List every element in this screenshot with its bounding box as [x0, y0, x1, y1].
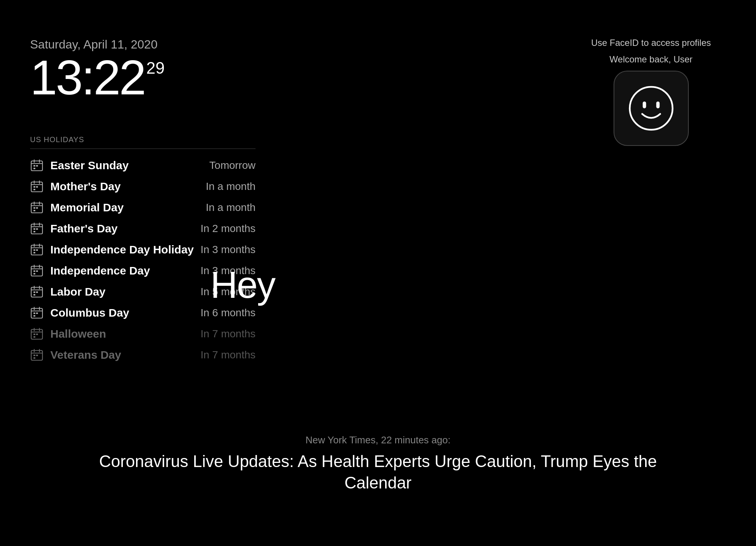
svg-rect-39	[33, 270, 35, 272]
holidays-title: US HOLIDAYS	[30, 135, 256, 144]
holiday-time: In a month	[206, 180, 256, 193]
holiday-left: Veterans Day	[30, 348, 121, 362]
holiday-time: In 2 months	[201, 223, 256, 235]
svg-rect-41	[33, 273, 35, 275]
calendar-icon	[30, 243, 44, 256]
svg-rect-46	[33, 291, 35, 293]
svg-rect-19	[36, 207, 38, 209]
greeting-text: Hey	[210, 263, 275, 306]
svg-rect-62	[33, 336, 35, 338]
svg-rect-26	[36, 228, 38, 230]
holiday-left: Independence Day Holiday	[30, 243, 194, 256]
svg-rect-12	[36, 186, 38, 188]
holiday-left: Mother's Day	[30, 180, 121, 193]
calendar-icon	[30, 327, 44, 341]
svg-rect-55	[33, 315, 35, 317]
holiday-left: Columbus Day	[30, 306, 129, 320]
svg-rect-68	[36, 355, 38, 356]
holiday-name: Labor Day	[50, 285, 106, 298]
holiday-name: Independence Day Holiday	[50, 243, 194, 256]
face-id-svg	[623, 80, 679, 136]
calendar-icon	[30, 222, 44, 235]
holiday-time: In 6 months	[201, 307, 256, 319]
holiday-name: Father's Day	[50, 222, 118, 235]
holiday-left: Memorial Day	[30, 201, 124, 214]
holiday-time: In a month	[206, 202, 256, 214]
svg-rect-20	[33, 210, 35, 211]
holiday-left: Easter Sunday	[30, 159, 129, 172]
holiday-left: Independence Day	[30, 264, 150, 278]
holiday-left: Labor Day	[30, 285, 106, 299]
svg-rect-47	[36, 291, 38, 293]
holiday-time: In 3 months	[201, 244, 256, 256]
holiday-time: In 7 months	[201, 349, 256, 361]
svg-rect-11	[33, 186, 35, 188]
holidays-list: Easter SundayTomorrow Mother's DayIn a m…	[30, 155, 256, 366]
svg-rect-6	[33, 168, 35, 169]
datetime-section: Saturday, April 11, 2020 13:22 29	[30, 38, 165, 102]
holiday-row: Independence Day HolidayIn 3 months	[30, 239, 256, 260]
holiday-time: In 7 months	[201, 328, 256, 340]
holiday-name: Independence Day	[50, 264, 150, 277]
svg-rect-33	[36, 249, 38, 251]
svg-rect-34	[33, 252, 35, 253]
svg-rect-61	[36, 334, 38, 335]
welcome-label: Welcome back, User	[609, 54, 692, 65]
holiday-row: HalloweenIn 7 months	[30, 323, 256, 344]
svg-rect-69	[33, 357, 35, 359]
holiday-time: Tomorrow	[209, 159, 256, 171]
holiday-name: Columbus Day	[50, 306, 129, 319]
svg-rect-53	[33, 312, 35, 314]
calendar-icon	[30, 348, 44, 362]
holiday-name: Mother's Day	[50, 180, 121, 193]
svg-rect-13	[33, 189, 35, 190]
holiday-row: Mother's DayIn a month	[30, 176, 256, 197]
holiday-row: Father's DayIn 2 months	[30, 218, 256, 239]
calendar-icon	[30, 285, 44, 299]
calendar-icon	[30, 264, 44, 278]
holiday-row: Memorial DayIn a month	[30, 197, 256, 218]
time-display: 13:22 29	[30, 53, 165, 102]
holiday-name: Veterans Day	[50, 349, 121, 361]
holidays-section: US HOLIDAYS Easter SundayTomorrow Mother…	[30, 135, 256, 366]
time-seconds: 29	[146, 60, 165, 76]
time-main: 13:22	[30, 53, 145, 102]
svg-rect-18	[33, 207, 35, 209]
svg-rect-54	[36, 312, 38, 314]
holiday-name: Easter Sunday	[50, 159, 129, 172]
svg-rect-60	[33, 334, 35, 335]
holidays-divider	[30, 149, 256, 149]
svg-rect-25	[33, 228, 35, 230]
svg-rect-71	[643, 102, 646, 108]
svg-rect-48	[33, 294, 35, 296]
date-label: Saturday, April 11, 2020	[30, 38, 165, 52]
news-headline: Coronavirus Live Updates: As Health Expe…	[77, 450, 679, 493]
svg-rect-5	[36, 165, 38, 167]
holiday-left: Father's Day	[30, 222, 118, 235]
holiday-row: Easter SundayTomorrow	[30, 155, 256, 176]
holiday-name: Memorial Day	[50, 201, 124, 214]
calendar-icon	[30, 180, 44, 193]
news-source: New York Times, 22 minutes ago:	[0, 434, 756, 446]
svg-rect-32	[33, 249, 35, 251]
calendar-icon	[30, 201, 44, 214]
svg-rect-27	[33, 231, 35, 232]
faceid-label: Use FaceID to access profiles	[591, 38, 711, 48]
svg-point-70	[630, 87, 673, 130]
news-section: New York Times, 22 minutes ago: Coronavi…	[0, 434, 756, 493]
calendar-icon	[30, 306, 44, 320]
faceid-icon[interactable]	[614, 71, 689, 146]
calendar-icon	[30, 159, 44, 172]
svg-rect-67	[33, 355, 35, 356]
holiday-name: Halloween	[50, 328, 106, 340]
profile-section: Use FaceID to access profiles Welcome ba…	[591, 38, 711, 146]
holiday-row: Veterans DayIn 7 months	[30, 344, 256, 366]
svg-rect-40	[36, 270, 38, 272]
holiday-left: Halloween	[30, 327, 106, 341]
svg-rect-72	[656, 102, 659, 108]
svg-rect-4	[33, 165, 35, 167]
